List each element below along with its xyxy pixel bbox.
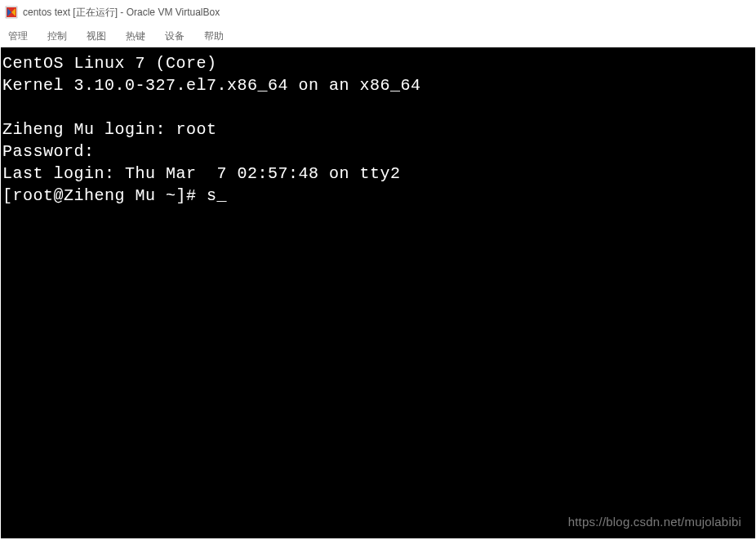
menu-view[interactable]: 视图 (83, 28, 109, 45)
menu-manage[interactable]: 管理 (5, 28, 31, 45)
menubar: 管理 控制 视图 热键 设备 帮助 (0, 25, 756, 47)
window-title: centos text [正在运行] - Oracle VM VirtualBo… (23, 6, 220, 20)
terminal-blank-line (2, 96, 754, 118)
terminal-line: Ziheng Mu login: root (2, 118, 754, 141)
menu-hotkeys[interactable]: 热键 (122, 28, 149, 45)
watermark-text: https://blog.csdn.net/mujolabibi (568, 515, 741, 529)
terminal-line: Kernel 3.10.0-327.el7.x86_64 on an x86_6… (2, 74, 754, 96)
terminal-line: Password: (2, 141, 754, 163)
virtualbox-icon (5, 6, 18, 19)
terminal-line: Last login: Thu Mar 7 02:57:48 on tty2 (2, 163, 754, 185)
menu-help[interactable]: 帮助 (201, 28, 227, 45)
menu-control[interactable]: 控制 (44, 28, 70, 45)
window-titlebar: centos text [正在运行] - Oracle VM VirtualBo… (0, 0, 756, 25)
terminal-prompt-line: [root@Ziheng Mu ~]# s_ (2, 185, 754, 207)
terminal-console[interactable]: CentOS Linux 7 (Core) Kernel 3.10.0-327.… (1, 47, 755, 538)
menu-devices[interactable]: 设备 (162, 28, 188, 45)
terminal-line: CentOS Linux 7 (Core) (2, 52, 754, 74)
